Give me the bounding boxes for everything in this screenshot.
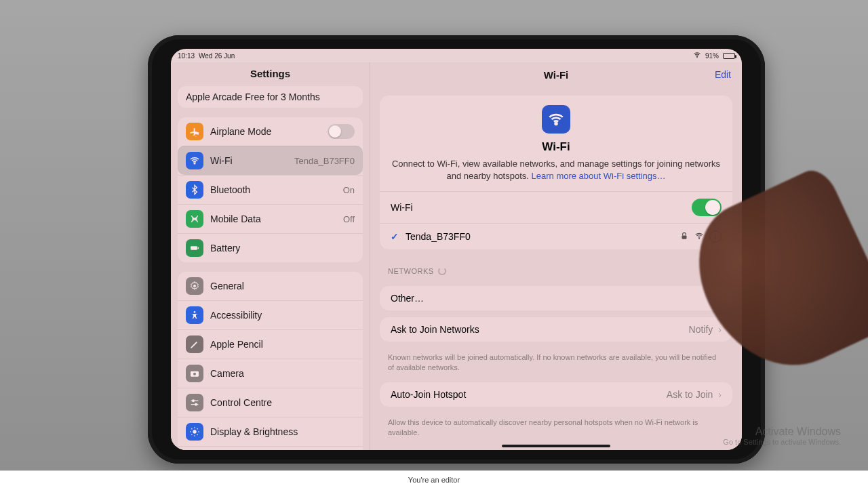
ipad-screen: 10:13 Wed 26 Jun 91% Settings	[171, 49, 742, 450]
promo-group[interactable]: Apple Arcade Free for 3 Months	[178, 86, 363, 108]
sidebar-item-label: Wi-Fi	[210, 155, 288, 166]
detail-header: Wi-Fi Edit	[370, 62, 742, 89]
wifi-hero-icon	[542, 105, 570, 134]
sidebar-item-airplane[interactable]: Airplane Mode	[178, 117, 363, 146]
sidebar-item-label: Battery	[210, 243, 355, 253]
wifi-current-value: Tenda_B73FF0	[294, 156, 355, 166]
general-group: General Accessibility Apple Pencil	[178, 272, 363, 450]
svg-point-9	[193, 400, 195, 402]
hero-description: Connect to Wi-Fi, view available network…	[391, 158, 722, 182]
checkmark-icon: ✓	[391, 231, 399, 242]
spinner-icon	[438, 267, 446, 275]
wifi-master-toggle-row: Wi-Fi	[380, 191, 732, 223]
networks-header: NETWORKS	[370, 256, 742, 279]
svg-rect-4	[198, 247, 199, 249]
sidebar-item-home-screen[interactable]: Home Screen & App Library	[178, 446, 363, 450]
auto-join-hotspot-row[interactable]: Auto-Join Hotspot Ask to Join›	[380, 382, 732, 407]
wifi-detail-pane: Wi-Fi Edit Wi-Fi Connect to Wi-Fi, view …	[370, 62, 742, 450]
info-button[interactable]: i	[709, 230, 722, 243]
photo-backdrop: 10:13 Wed 26 Jun 91% Settings	[0, 0, 868, 488]
svg-point-19	[555, 123, 557, 125]
camera-icon	[186, 365, 203, 382]
sidebar-item-label: Display & Brightness	[210, 426, 355, 437]
airplane-toggle[interactable]	[328, 124, 355, 139]
antenna-icon	[186, 210, 203, 228]
status-bar: 10:13 Wed 26 Jun 91%	[171, 49, 742, 62]
pencil-icon	[186, 336, 203, 353]
sidebar-item-label: Accessibility	[210, 310, 355, 321]
sidebar-item-camera[interactable]: Camera	[178, 359, 363, 388]
brightness-icon	[186, 423, 203, 441]
sidebar-title: Settings	[171, 62, 370, 86]
status-date: Wed 26 Jun	[199, 52, 235, 60]
sidebar-item-wifi[interactable]: Wi-Fi Tenda_B73FF0	[178, 146, 363, 175]
bluetooth-icon	[186, 181, 203, 199]
sidebar-item-label: Control Centre	[210, 397, 355, 408]
ask-join-label: Ask to Join Networks	[391, 324, 689, 335]
sidebar-item-label: General	[210, 281, 355, 291]
svg-point-21	[698, 238, 699, 239]
settings-sidebar: Settings Apple Arcade Free for 3 Months …	[171, 62, 370, 450]
status-time: 10:13	[178, 52, 195, 60]
wifi-icon	[186, 152, 203, 169]
auto-hotspot-note: Allow this device to automatically disco…	[370, 413, 742, 441]
sidebar-item-label: Airplane Mode	[210, 126, 321, 137]
sidebar-item-general[interactable]: General	[178, 272, 363, 300]
editor-footer-bar: You're an editor	[0, 470, 868, 488]
accessibility-icon	[186, 306, 203, 324]
battery-icon	[723, 53, 735, 59]
ask-join-value: Notify	[689, 324, 713, 335]
svg-point-1	[194, 163, 195, 164]
svg-point-0	[696, 57, 697, 58]
promo-label: Apple Arcade Free for 3 Months	[186, 92, 355, 102]
svg-point-11	[193, 430, 196, 433]
sliders-icon	[186, 394, 203, 411]
sidebar-item-control-centre[interactable]: Control Centre	[178, 388, 363, 417]
ask-join-note: Known networks will be joined automatica…	[370, 348, 742, 375]
edit-button[interactable]: Edit	[715, 69, 731, 80]
detail-title: Wi-Fi	[544, 69, 569, 81]
sidebar-item-accessibility[interactable]: Accessibility	[178, 300, 363, 329]
lock-icon	[679, 231, 689, 243]
svg-point-2	[194, 218, 195, 220]
ask-to-join-row[interactable]: Ask to Join Networks Notify›	[380, 317, 732, 342]
gear-icon	[186, 277, 203, 295]
wifi-toggle[interactable]	[692, 199, 722, 216]
wifi-icon	[693, 51, 701, 60]
sidebar-item-label: Bluetooth	[210, 184, 336, 195]
signal-icon	[694, 231, 704, 243]
chevron-right-icon: ›	[718, 324, 722, 335]
other-network-row[interactable]: Other…	[380, 286, 732, 310]
home-indicator[interactable]	[502, 445, 610, 447]
battery-percent: 91%	[705, 52, 719, 60]
connectivity-group: Airplane Mode Wi-Fi Tenda_B73FF0 Bluetoo…	[178, 117, 363, 262]
chevron-right-icon: ›	[718, 389, 722, 400]
svg-rect-20	[682, 235, 687, 239]
bluetooth-value: On	[343, 185, 355, 195]
hero-title: Wi-Fi	[542, 140, 570, 154]
sidebar-item-bluetooth[interactable]: Bluetooth On	[178, 175, 363, 204]
other-label: Other…	[391, 293, 722, 304]
editor-status-text: You're an editor	[408, 476, 460, 484]
svg-point-8	[193, 373, 196, 375]
mobile-data-value: Off	[343, 214, 355, 224]
connected-network-row[interactable]: ✓ Tenda_B73FF0 i	[380, 223, 732, 249]
sidebar-item-display[interactable]: Display & Brightness	[178, 417, 363, 446]
wifi-toggle-label: Wi-Fi	[391, 202, 692, 213]
connected-network-name: Tenda_B73FF0	[406, 231, 679, 242]
airplane-icon	[186, 123, 203, 140]
learn-more-link[interactable]: Learn more about Wi-Fi settings…	[532, 171, 666, 181]
wifi-hero: Wi-Fi Connect to Wi-Fi, view available n…	[380, 96, 732, 191]
svg-point-10	[195, 403, 197, 405]
svg-rect-3	[191, 246, 197, 249]
auto-hotspot-label: Auto-Join Hotspot	[391, 389, 667, 400]
sidebar-item-apple-pencil[interactable]: Apple Pencil	[178, 329, 363, 359]
sidebar-item-mobile-data[interactable]: Mobile Data Off	[178, 204, 363, 233]
sidebar-item-battery[interactable]: Battery	[178, 233, 363, 262]
ipad-frame: 10:13 Wed 26 Jun 91% Settings	[148, 35, 765, 464]
sidebar-item-label: Camera	[210, 368, 355, 379]
sidebar-item-label: Apple Pencil	[210, 339, 355, 350]
svg-point-5	[193, 285, 196, 287]
auto-hotspot-value: Ask to Join	[667, 389, 713, 400]
svg-point-6	[194, 311, 196, 313]
